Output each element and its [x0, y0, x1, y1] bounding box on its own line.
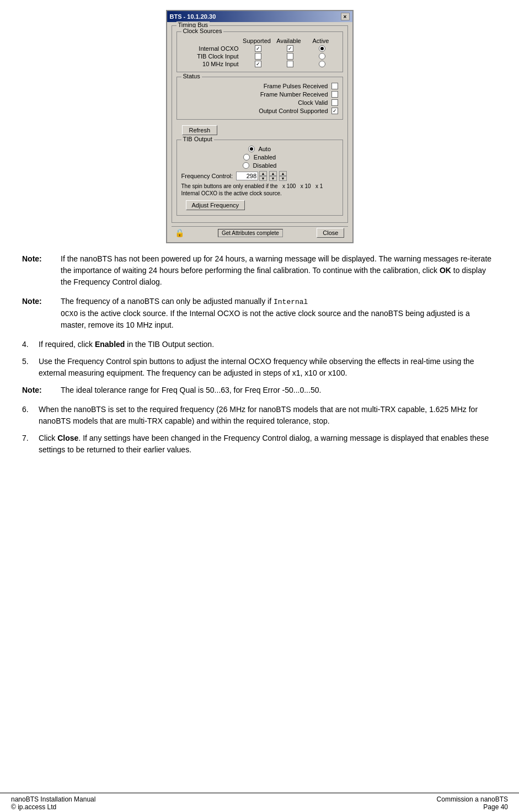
doc-content: Note: If the nanoBTS has not been powere… — [11, 253, 508, 461]
clock-sources-group: Clock Sources Supported Available Active… — [176, 31, 343, 72]
freq-control-input[interactable] — [236, 172, 258, 180]
item-7: 7. Click Close. If any settings have bee… — [22, 432, 497, 456]
tib-output-label: TIB Output — [181, 136, 214, 142]
item-4-text: If required, click Enabled in the TIB Ou… — [39, 339, 497, 350]
tib-auto-label: Auto — [257, 146, 271, 152]
status-row-clock-valid: Clock Valid — [181, 99, 338, 106]
status-group: Status Frame Pulses Received Frame Numbe… — [176, 77, 343, 120]
dialog-titlebar: BTS - 10.1.20.30 × — [167, 11, 352, 22]
status-row-output-control: Output Control Supported — [181, 108, 338, 114]
close-button[interactable]: Close — [317, 228, 344, 238]
note-1-text: If the nanoBTS has not been powered up f… — [61, 253, 497, 288]
note-2-label: Note: — [22, 296, 61, 331]
tib-disabled-rb[interactable] — [243, 162, 249, 169]
tib-auto-row: Auto — [181, 146, 338, 152]
freq-control-label: Frequency Control: — [181, 173, 237, 179]
frame-number-label: Frame Number Received — [181, 91, 331, 98]
item-5: 5. Use the Frequency Control spin button… — [22, 356, 497, 379]
tib-available-cb[interactable] — [287, 53, 293, 60]
spin-x100-down[interactable]: ▼ — [259, 176, 267, 181]
tib-enabled-label: Enabled — [252, 154, 276, 161]
dialog-close-icon[interactable]: × — [341, 13, 350, 20]
output-control-cb[interactable] — [331, 108, 338, 114]
note-3: Note: The ideal tolerance range for Freq… — [22, 384, 497, 396]
dialog-window: BTS - 10.1.20.30 × Timing Bus Clock Sour… — [166, 10, 354, 243]
tib-auto-rb[interactable] — [248, 146, 255, 152]
item-5-num: 5. — [22, 356, 39, 379]
10mhz-active-rb[interactable] — [319, 61, 325, 67]
spin-x1: ▲ ▼ — [279, 171, 287, 181]
refresh-button[interactable]: Refresh — [182, 125, 218, 135]
10mhz-supported-cb[interactable] — [255, 61, 261, 67]
note-1-label: Note: — [22, 253, 61, 288]
dialog-status-bar: 🔒 Get Attributes complete Close — [172, 226, 348, 239]
tib-active-rb[interactable] — [319, 53, 325, 60]
col-active: Active — [305, 38, 337, 44]
footer-left: nanoBTS Installation Manual © ip.access … — [11, 795, 95, 811]
item-4: 4. If required, click Enabled in the TIB… — [22, 339, 497, 350]
spin-groups: ▲ ▼ ▲ ▼ ▲ ▼ — [259, 171, 289, 181]
clock-row-internal-ocxo: Internal OCXO — [181, 45, 338, 52]
spin-x10-down[interactable]: ▼ — [269, 176, 277, 181]
item-6-text: When the nanoBTS is set to the required … — [39, 404, 497, 427]
freq-control-row: Frequency Control: ▲ ▼ ▲ — [181, 171, 338, 181]
tib-supported-cb[interactable] — [255, 53, 261, 60]
clock-sources-label: Clock Sources — [181, 28, 224, 34]
note-3-text: The ideal tolerance range for Freq Qual … — [61, 384, 497, 396]
spin-x100-up[interactable]: ▲ — [259, 171, 267, 176]
adjust-freq-button[interactable]: Adjust Frequency — [186, 200, 245, 210]
spin-x10-up[interactable]: ▲ — [269, 171, 277, 176]
footer-page: Page 40 — [437, 803, 508, 811]
footer-manual-title: nanoBTS Installation Manual — [11, 795, 95, 803]
adjust-freq-area: Adjust Frequency — [181, 199, 338, 212]
tib-disabled-row: Disabled — [181, 162, 338, 169]
clock-row-10mhz: 10 MHz Input — [181, 61, 338, 67]
note-2-text: The frequency of a nanoBTS can only be a… — [61, 296, 497, 331]
timing-bus-group: Timing Bus Clock Sources Supported Avail… — [172, 25, 348, 223]
item-7-text: Click Close. If any settings have been c… — [39, 432, 497, 456]
col-supported: Supported — [241, 38, 273, 44]
get-attrs-text: Get Attributes complete — [218, 229, 283, 237]
spin-x100: ▲ ▼ — [259, 171, 267, 181]
tib-enabled-rb[interactable] — [243, 154, 250, 161]
clock-valid-label: Clock Valid — [181, 99, 331, 106]
clock-valid-cb[interactable] — [331, 99, 338, 106]
status-row-frame-pulses: Frame Pulses Received — [181, 83, 338, 89]
dialog-title: BTS - 10.1.20.30 — [170, 13, 216, 20]
10mhz-available-cb[interactable] — [287, 61, 293, 67]
spin-x1-up[interactable]: ▲ — [279, 171, 287, 176]
footer-section: Commission a nanoBTS — [437, 795, 508, 803]
page-footer: nanoBTS Installation Manual © ip.access … — [0, 793, 519, 812]
note-3-label: Note: — [22, 384, 61, 396]
item-6: 6. When the nanoBTS is set to the requir… — [22, 404, 497, 427]
internal-available-cb[interactable] — [287, 45, 293, 52]
spin-x10: ▲ ▼ — [269, 171, 277, 181]
clock-row-tib: TIB Clock Input — [181, 53, 338, 60]
note-1: Note: If the nanoBTS has not been powere… — [22, 253, 497, 288]
dialog-body: Timing Bus Clock Sources Supported Avail… — [167, 22, 352, 242]
status-row-frame-number: Frame Number Received — [181, 91, 338, 98]
note-2: Note: The frequency of a nanoBTS can onl… — [22, 296, 497, 331]
freq-note: The spin buttons are only enabled if the… — [181, 183, 338, 197]
clock-sources-header: Supported Available Active — [181, 38, 338, 44]
col-available: Available — [273, 38, 305, 44]
item-4-num: 4. — [22, 339, 39, 350]
dialog-area: BTS - 10.1.20.30 × Timing Bus Clock Sour… — [11, 10, 508, 243]
frame-pulses-cb[interactable] — [331, 83, 338, 89]
spin-x1-down[interactable]: ▼ — [279, 176, 287, 181]
item-5-text: Use the Frequency Control spin buttons t… — [39, 356, 497, 379]
tib-enabled-row: Enabled — [181, 154, 338, 161]
frame-pulses-label: Frame Pulses Received — [181, 83, 331, 89]
tib-disabled-label: Disabled — [252, 162, 277, 169]
lock-icon: 🔒 — [175, 228, 184, 237]
footer-copyright: © ip.access Ltd — [11, 803, 95, 811]
frame-number-cb[interactable] — [331, 91, 338, 98]
internal-active-rb[interactable] — [319, 45, 325, 52]
tib-output-group: TIB Output Auto Enabled — [176, 140, 343, 216]
clock-label-internal: Internal OCXO — [181, 45, 242, 52]
footer-right: Commission a nanoBTS Page 40 — [437, 795, 508, 811]
internal-supported-cb[interactable] — [255, 45, 261, 52]
clock-label-10mhz: 10 MHz Input — [181, 61, 242, 67]
status-group-label: Status — [181, 73, 202, 79]
clock-label-tib: TIB Clock Input — [181, 53, 242, 60]
